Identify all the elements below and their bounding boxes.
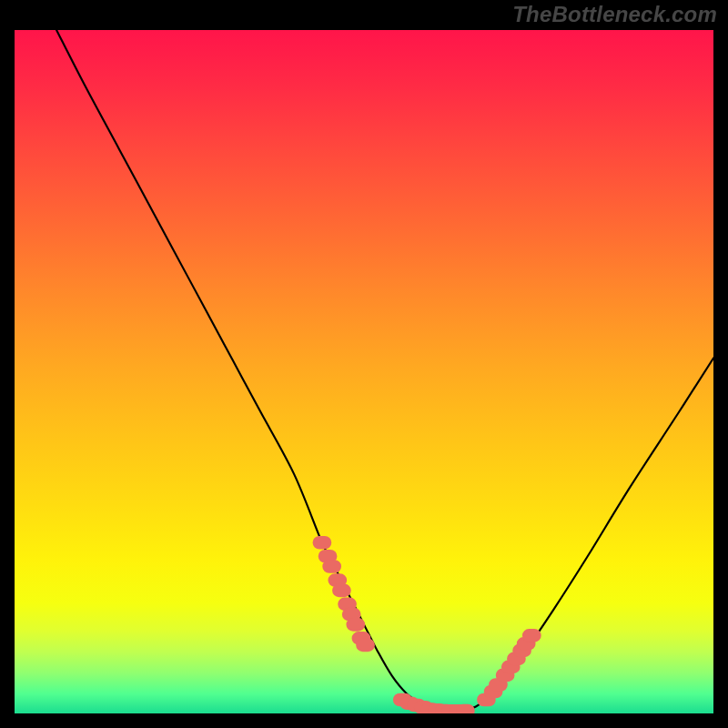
marker-point — [526, 632, 538, 639]
marker-point — [326, 563, 338, 570]
watermark-text: TheBottleneck.com — [512, 2, 717, 27]
marker-point — [359, 642, 371, 648]
marker-point — [460, 707, 471, 713]
marker-point — [331, 577, 343, 583]
marker-point — [322, 553, 334, 560]
marker-point — [336, 587, 348, 593]
marker-point — [341, 601, 353, 607]
bottleneck-curve — [56, 30, 713, 712]
plot-frame — [12, 27, 716, 716]
marker-point — [349, 622, 361, 628]
marker-point — [346, 612, 358, 618]
marker-cluster — [316, 540, 537, 713]
plot-area — [15, 30, 713, 713]
marker-point — [316, 540, 328, 546]
curve-layer — [15, 30, 713, 713]
marker-point — [492, 682, 504, 688]
chart-container: TheBottleneck.com — [0, 0, 728, 728]
